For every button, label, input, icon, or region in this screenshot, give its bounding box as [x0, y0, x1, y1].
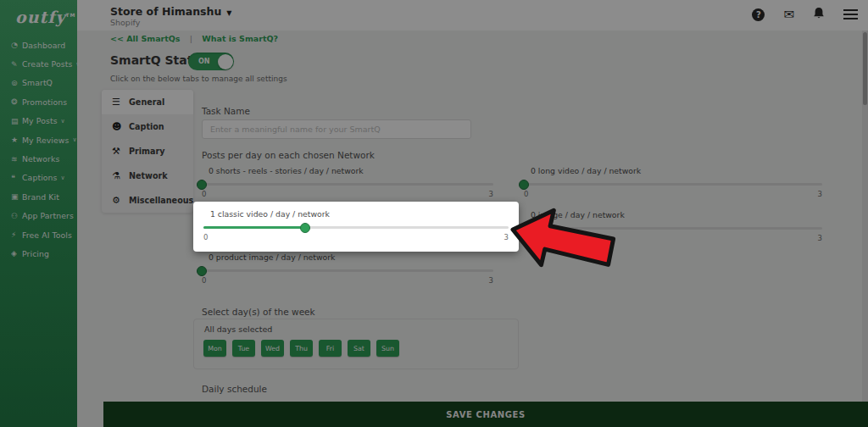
slider-label: 1 classic video / day / network	[210, 209, 509, 219]
outfy-app-window: outfyTM ◔Dashboard ✎Create Posts∨ ⊚Smart…	[0, 0, 868, 427]
slider-min: 0	[203, 233, 208, 241]
slider-track[interactable]	[203, 226, 509, 229]
highlight-card-classic-video: 1 classic video / day / network 03	[193, 202, 519, 252]
slider-thumb[interactable]	[300, 223, 310, 233]
